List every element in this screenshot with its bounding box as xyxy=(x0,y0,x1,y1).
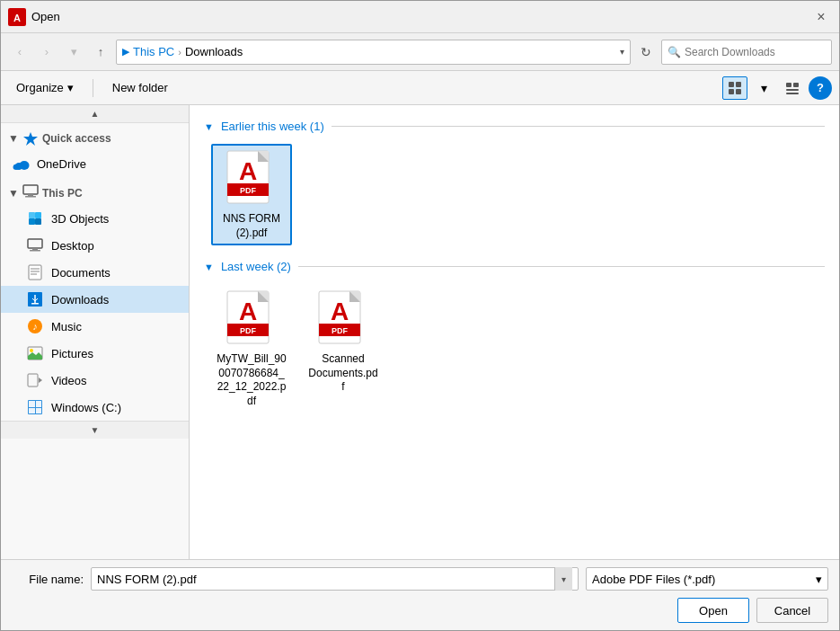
svg-rect-42 xyxy=(29,408,35,413)
close-button[interactable]: × xyxy=(810,6,832,28)
filename-input-wrapper[interactable]: ▾ xyxy=(91,567,579,591)
pdf-icon-mytw: PDF A xyxy=(225,289,278,349)
address-crumb-downloads[interactable]: Downloads xyxy=(185,45,243,58)
quick-access-label: Quick access xyxy=(42,132,111,145)
sidebar-item-music[interactable]: ♪ Music xyxy=(1,313,189,340)
title-bar: A Open × xyxy=(1,1,839,33)
sidebar-item-pictures[interactable]: Pictures xyxy=(1,340,189,367)
svg-rect-9 xyxy=(786,93,799,94)
svg-rect-3 xyxy=(736,82,741,87)
windows-label: Windows (C:) xyxy=(51,401,121,414)
view-list-button[interactable] xyxy=(780,76,805,100)
svg-rect-4 xyxy=(729,89,734,94)
view-dropdown-button[interactable]: ▾ xyxy=(751,76,776,100)
file-item-scanned[interactable]: PDF A Scanned Documents.pdf xyxy=(303,284,384,413)
desktop-icon xyxy=(26,236,44,254)
downloads-icon xyxy=(26,290,44,308)
refresh-button[interactable]: ↻ xyxy=(634,40,658,64)
sidebar-section-thispc[interactable]: ▼ This PC xyxy=(1,177,189,205)
sidebar-section-quick-access[interactable]: ▼ Quick access xyxy=(1,123,189,150)
view-grid-button[interactable] xyxy=(722,76,747,100)
music-label: Music xyxy=(51,320,82,333)
organize-button[interactable]: Organize ▾ xyxy=(8,77,82,98)
address-sep-icon: › xyxy=(178,47,181,58)
grid-icon xyxy=(728,81,742,95)
search-bar[interactable]: 🔍 xyxy=(661,40,832,65)
address-dropdown-icon[interactable]: ▾ xyxy=(620,47,624,57)
sidebar-scroll-down[interactable]: ▼ xyxy=(1,421,189,439)
section-label-lastweek: Last week (2) xyxy=(221,260,291,273)
3dobjects-icon xyxy=(26,209,44,227)
address-crumb-thispc[interactable]: This PC xyxy=(133,45,174,58)
sidebar-item-3dobjects[interactable]: 3D Objects xyxy=(1,205,189,232)
toolbar-right: ▾ ? xyxy=(722,76,832,100)
address-bar[interactable]: ▶ This PC › Downloads ▾ xyxy=(116,40,631,65)
filename-row: File name: ▾ Adobe PDF Files (*.pdf) ▾ xyxy=(12,567,828,591)
section-collapse-earlier[interactable]: ▼ xyxy=(204,121,214,132)
sidebar-item-videos[interactable]: Videos xyxy=(1,367,189,394)
filename-input[interactable] xyxy=(97,573,554,586)
help-button[interactable]: ? xyxy=(809,76,832,100)
filename-label: File name: xyxy=(12,573,84,586)
filetype-select[interactable]: Adobe PDF Files (*.pdf) ▾ xyxy=(586,567,828,591)
sidebar-scroll-up[interactable]: ▲ xyxy=(1,105,189,123)
back-button[interactable]: ‹ xyxy=(8,40,31,64)
section-header-lastweek: ▼ Last week (2) xyxy=(204,260,825,273)
videos-label: Videos xyxy=(51,374,87,387)
file-item-nns[interactable]: PDF A NNS FORM (2).pdf xyxy=(211,144,292,245)
sidebar: ▲ ▼ Quick access O xyxy=(1,105,190,559)
svg-rect-40 xyxy=(29,401,35,407)
svg-text:PDF: PDF xyxy=(332,326,349,335)
sidebar-item-windows[interactable]: Windows (C:) xyxy=(1,394,189,421)
thispc-icon xyxy=(22,184,39,201)
svg-rect-31 xyxy=(31,303,39,305)
svg-rect-23 xyxy=(32,248,38,250)
windows-icon xyxy=(26,398,44,416)
files-grid-earlier: PDF A NNS FORM (2).pdf xyxy=(204,144,825,245)
svg-text:♪: ♪ xyxy=(32,321,38,332)
section-label-earlier: Earlier this week (1) xyxy=(221,120,324,133)
sidebar-item-desktop[interactable]: Desktop xyxy=(1,232,189,259)
quick-access-collapse-icon: ▼ xyxy=(8,132,19,145)
svg-rect-43 xyxy=(36,408,41,413)
search-input[interactable] xyxy=(685,46,826,58)
svg-rect-24 xyxy=(30,250,40,252)
svg-rect-6 xyxy=(786,83,791,87)
svg-rect-41 xyxy=(36,401,41,407)
svg-text:PDF: PDF xyxy=(240,186,257,195)
svg-text:PDF: PDF xyxy=(240,326,257,335)
toolbar-separator xyxy=(93,79,93,97)
file-item-mytw[interactable]: PDF A MyTW_Bill_900070786684_22_12_2022.… xyxy=(211,284,292,413)
nav-bar: ‹ › ▾ ↑ ▶ This PC › Downloads ▾ ↻ 🔍 xyxy=(1,33,839,71)
svg-rect-25 xyxy=(29,265,41,280)
thispc-collapse-icon: ▼ xyxy=(8,187,19,200)
dropdown-button[interactable]: ▾ xyxy=(62,40,85,64)
up-button[interactable]: ↑ xyxy=(89,40,112,64)
pictures-label: Pictures xyxy=(51,347,93,360)
sidebar-item-documents[interactable]: Documents xyxy=(1,259,189,286)
svg-rect-14 xyxy=(13,164,28,169)
svg-rect-19 xyxy=(35,212,41,218)
open-button[interactable]: Open xyxy=(677,598,749,623)
svg-rect-17 xyxy=(25,196,36,198)
app-icon: A xyxy=(8,8,26,26)
cancel-button[interactable]: Cancel xyxy=(756,598,828,623)
address-arrow-icon: ▶ xyxy=(122,46,129,58)
sidebar-item-onedrive[interactable]: OneDrive xyxy=(1,150,189,177)
svg-rect-18 xyxy=(29,212,35,218)
section-collapse-lastweek[interactable]: ▼ xyxy=(204,262,214,272)
sidebar-item-downloads[interactable]: Downloads xyxy=(1,286,189,313)
3dobjects-label: 3D Objects xyxy=(51,212,109,226)
forward-button[interactable]: › xyxy=(35,40,58,64)
new-folder-button[interactable]: New folder xyxy=(104,77,176,98)
svg-rect-5 xyxy=(736,89,741,94)
onedrive-icon xyxy=(12,155,30,173)
svg-marker-10 xyxy=(23,132,38,146)
filetype-text: Adobe PDF Files (*.pdf) xyxy=(592,573,816,586)
desktop-label: Desktop xyxy=(51,239,94,253)
organize-dropdown-icon: ▾ xyxy=(67,81,74,94)
svg-rect-2 xyxy=(729,82,734,87)
main-area: ▲ ▼ Quick access O xyxy=(1,105,839,559)
filename-dropdown-btn[interactable]: ▾ xyxy=(554,567,572,591)
files-grid-lastweek: PDF A MyTW_Bill_900070786684_22_12_2022.… xyxy=(204,284,825,413)
